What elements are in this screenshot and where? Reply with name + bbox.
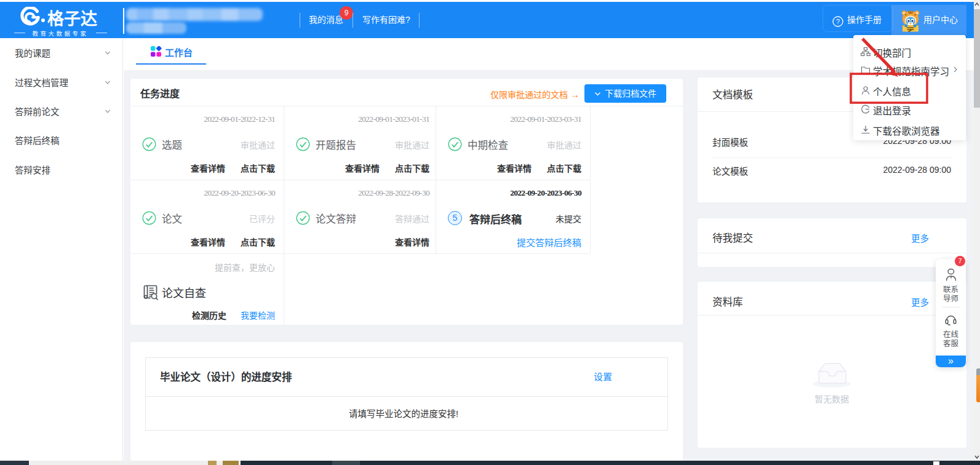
svg-text:格子达: 格子达 [47, 10, 97, 28]
svg-text:?: ? [836, 18, 840, 25]
